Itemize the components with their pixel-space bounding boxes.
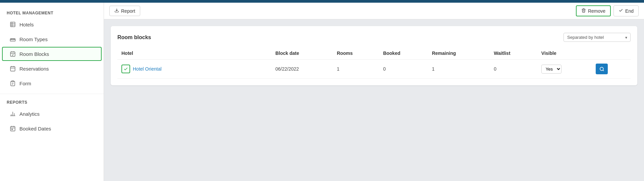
sidebar-item-room-blocks-label: Room Blocks — [19, 51, 49, 57]
table-row: Hotel Oriental 06/22/2022 1 0 1 0 Yes No — [117, 60, 631, 79]
visible-select[interactable]: Yes No — [541, 65, 561, 74]
sidebar-item-booked-dates[interactable]: Booked Dates — [2, 121, 102, 135]
row-icon[interactable] — [121, 65, 130, 73]
bed-icon — [9, 36, 16, 42]
content-area: Room blocks Separated by hotel All hotel… — [104, 19, 644, 181]
calendar-dates-icon — [9, 125, 16, 131]
sidebar-item-hotels-label: Hotels — [19, 22, 34, 27]
sidebar-divider — [0, 94, 104, 94]
clipboard-icon — [9, 80, 16, 86]
bar-chart-icon — [9, 111, 16, 117]
sidebar-item-reservations-label: Reservations — [19, 66, 49, 72]
sidebar-item-room-types-label: Room Types — [19, 36, 48, 42]
report-button[interactable]: Report — [109, 6, 140, 16]
sidebar-item-booked-dates-label: Booked Dates — [19, 126, 51, 131]
toolbar-left: Report — [109, 6, 140, 16]
table-header: Hotel Block date Rooms Booked Remaining … — [117, 47, 631, 60]
svg-rect-20 — [10, 126, 15, 131]
col-waitlist: Waitlist — [490, 47, 537, 60]
report-button-label: Report — [121, 8, 135, 14]
card-title: Room blocks — [117, 34, 151, 40]
sidebar-item-analytics[interactable]: Analytics — [2, 107, 102, 121]
cell-waitlist: 0 — [490, 60, 537, 79]
cell-action — [592, 60, 631, 79]
room-blocks-card: Room blocks Separated by hotel All hotel… — [111, 26, 637, 85]
room-blocks-table: Hotel Block date Rooms Booked Remaining … — [117, 47, 631, 79]
cell-remaining: 1 — [428, 60, 490, 79]
trash-icon — [581, 8, 586, 14]
col-actions — [592, 47, 631, 60]
col-remaining: Remaining — [428, 47, 490, 60]
svg-rect-13 — [12, 81, 14, 82]
download-icon — [114, 8, 119, 14]
sidebar-item-room-types[interactable]: Room Types — [2, 32, 102, 46]
top-bar — [0, 0, 644, 3]
svg-rect-24 — [12, 129, 12, 130]
svg-rect-4 — [11, 39, 14, 40]
col-block-date: Block date — [271, 47, 333, 60]
svg-line-27 — [603, 70, 604, 71]
cell-visible: Yes No — [537, 60, 592, 79]
search-button[interactable] — [596, 64, 608, 74]
table-body: Hotel Oriental 06/22/2022 1 0 1 0 Yes No — [117, 60, 631, 79]
sidebar-item-form[interactable]: Form — [2, 76, 102, 90]
toolbar: Report Remove End — [104, 3, 644, 19]
hotel-name-link[interactable]: Hotel Oriental — [133, 66, 162, 72]
end-button-label: End — [625, 8, 634, 14]
end-button[interactable]: End — [613, 5, 639, 16]
calendar-check-icon — [9, 51, 16, 57]
cell-rooms: 1 — [333, 60, 379, 79]
card-header: Room blocks Separated by hotel All hotel… — [117, 33, 631, 42]
cell-hotel: Hotel Oriental — [117, 60, 271, 79]
col-hotel: Hotel — [117, 47, 271, 60]
sidebar-item-analytics-label: Analytics — [19, 111, 40, 117]
building-icon — [9, 21, 16, 27]
sidebar-item-form-label: Form — [19, 81, 31, 86]
main-content: Report Remove End — [104, 3, 644, 181]
cell-booked: 0 — [379, 60, 428, 79]
calendar-icon — [9, 66, 16, 72]
col-visible: Visible — [537, 47, 592, 60]
svg-rect-9 — [10, 67, 15, 71]
sidebar-item-room-blocks[interactable]: Room Blocks — [2, 47, 102, 61]
remove-button[interactable]: Remove — [576, 5, 611, 16]
sidebar-section-hotel: HOTEL MANAGEMENT — [0, 8, 104, 17]
remove-button-label: Remove — [588, 8, 605, 14]
sidebar-item-reservations[interactable]: Reservations — [2, 62, 102, 76]
check-icon — [619, 8, 623, 14]
col-rooms: Rooms — [333, 47, 379, 60]
sidebar-section-reports: REPORTS — [0, 97, 104, 106]
col-booked: Booked — [379, 47, 428, 60]
sidebar: HOTEL MANAGEMENT Hotels Room Types Room … — [0, 3, 104, 181]
sidebar-item-hotels[interactable]: Hotels — [2, 17, 102, 31]
table-header-row: Hotel Block date Rooms Booked Remaining … — [117, 47, 631, 60]
filter-dropdown[interactable]: Separated by hotel All hotels — [564, 33, 631, 42]
svg-rect-5 — [10, 52, 15, 57]
cell-block-date: 06/22/2022 — [271, 60, 333, 79]
svg-point-26 — [600, 67, 603, 70]
filter-dropdown-wrapper: Separated by hotel All hotels — [564, 33, 631, 42]
toolbar-right: Remove End — [576, 5, 639, 16]
svg-rect-0 — [10, 22, 15, 27]
